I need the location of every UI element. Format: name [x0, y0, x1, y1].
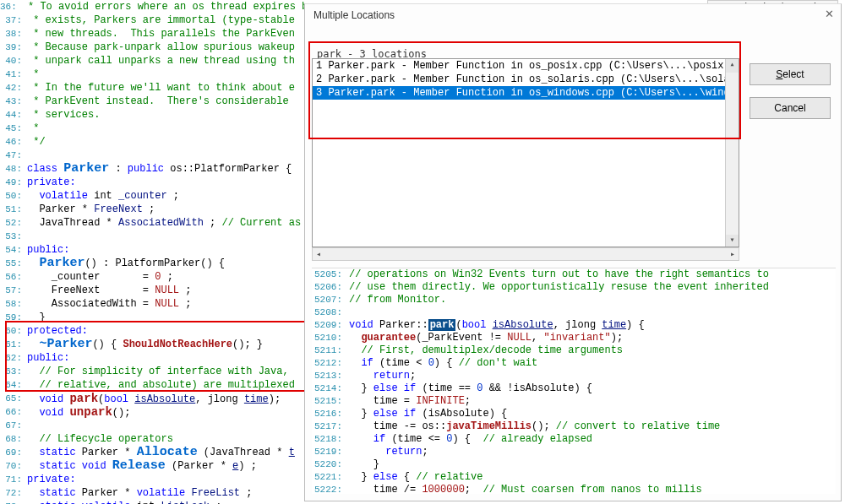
preview-line[interactable]: 5206:// use them directly. We opportunis… — [312, 281, 836, 294]
code-line[interactable]: 55: Parker() : PlatformParker() { — [0, 257, 304, 270]
line-number: 59: — [0, 311, 27, 324]
line-number: 66: — [0, 405, 27, 419]
code-line[interactable]: 57: FreeNext = NULL ; — [0, 284, 304, 297]
scroll-right-icon[interactable]: ▸ — [727, 249, 739, 259]
line-number: 56: — [0, 270, 27, 284]
scroll-down-icon[interactable]: ▾ — [726, 235, 739, 247]
code-line[interactable]: 52: JavaThread * AssociatedWith ; // Cur… — [0, 216, 304, 230]
line-content: Parker() : PlatformParker() { — [27, 257, 304, 270]
location-item[interactable]: 1 Parker.park - Member Function in os_po… — [313, 59, 739, 73]
preview-line[interactable]: 5210: guarantee(_ParkEvent != NULL, "inv… — [312, 332, 836, 344]
line-content — [349, 306, 836, 319]
code-line[interactable]: 48:class Parker : public os::PlatformPar… — [0, 162, 304, 176]
line-content: class Parker : public os::PlatformParker… — [27, 162, 304, 176]
close-icon[interactable]: ✕ — [825, 8, 834, 20]
preview-line[interactable]: 5209:void Parker::park(bool isAbsolute, … — [312, 319, 836, 332]
code-line[interactable]: 61: ~Parker() { ShouldNotReachHere(); } — [0, 338, 304, 351]
line-number: 54: — [0, 243, 27, 257]
code-line[interactable]: 40: * unpark call unparks a new thread u… — [0, 54, 304, 68]
preview-line[interactable]: 5222: time /= 1000000; // Must coarsen f… — [312, 484, 836, 494]
scroll-left-icon[interactable]: ◂ — [313, 249, 324, 259]
code-preview-pane[interactable]: 5205:// operations on Win32 Events turn … — [312, 268, 836, 494]
location-item[interactable]: 3 Parker.park - Member Function in os_wi… — [313, 86, 739, 100]
code-line[interactable]: 64: // relative, and absolute) are multi… — [0, 378, 304, 392]
locations-list[interactable]: 1 Parker.park - Member Function in os_po… — [312, 58, 739, 247]
code-line[interactable]: 39: * Because park-unpark allow spurious… — [0, 41, 304, 54]
line-content: * services. — [27, 108, 304, 122]
preview-line[interactable]: 5221: } else { // relative — [312, 471, 836, 484]
code-line[interactable]: 58: AssociatedWith = NULL ; — [0, 297, 304, 311]
code-line[interactable]: 65: void park(bool isAbsolute, jlong tim… — [0, 392, 304, 405]
line-number: 5221: — [312, 471, 349, 484]
preview-line[interactable]: 5218: if (time <= 0) { // already elapse… — [312, 433, 836, 446]
code-line[interactable]: 73: static volatile int ListLock ; — [0, 500, 304, 504]
code-line[interactable]: 59: } — [0, 311, 304, 324]
code-line[interactable]: 70: static void Release (Parker * e) ; — [0, 459, 304, 473]
code-line[interactable]: 41: * — [0, 68, 304, 81]
line-number: 5206: — [312, 281, 349, 294]
code-line[interactable]: 60:protected: — [0, 324, 304, 338]
line-content: // from Monitor. — [349, 294, 836, 306]
code-line[interactable]: 47: — [0, 149, 304, 162]
cancel-button[interactable]: Cancel — [750, 97, 831, 119]
line-number: 5214: — [312, 382, 349, 395]
vertical-scrollbar[interactable]: ▴ ▾ — [725, 59, 739, 247]
preview-line[interactable]: 5216: } else if (isAbsolute) { — [312, 408, 836, 420]
preview-line[interactable]: 5211: // First, demultiplex/decode time … — [312, 344, 836, 357]
code-line[interactable]: 51: Parker * FreeNext ; — [0, 203, 304, 216]
code-line[interactable]: 43: * ParkEvent instead. There's conside… — [0, 95, 304, 108]
code-line[interactable]: 42: * In the future we'll want to think … — [0, 81, 304, 95]
line-number: 51: — [0, 203, 27, 216]
location-item[interactable]: 2 Parker.park - Member Function in os_so… — [313, 73, 739, 86]
preview-line[interactable]: 5212: if (time < 0) { // don't wait — [312, 357, 836, 370]
scroll-up-icon[interactable]: ▴ — [726, 59, 739, 73]
preview-line[interactable]: 5213: return; — [312, 370, 836, 382]
code-line[interactable]: 53: — [0, 230, 304, 243]
source-editor-left[interactable]: 36: * To avoid errors where an os thread… — [0, 0, 304, 504]
code-line[interactable]: 46: */ — [0, 135, 304, 149]
horizontal-scrollbar[interactable]: ◂ ▸ — [312, 247, 739, 261]
line-content: return; — [349, 370, 836, 382]
line-number: 69: — [0, 446, 27, 459]
line-content: static Parker * Allocate (JavaThread * t — [27, 446, 304, 459]
line-content: private: — [27, 176, 304, 189]
line-content: // For simplicity of interface with Java… — [27, 365, 304, 378]
code-line[interactable]: 67: — [0, 419, 304, 432]
code-line[interactable]: 69: static Parker * Allocate (JavaThread… — [0, 446, 304, 459]
code-line[interactable]: 54:public: — [0, 243, 304, 257]
line-content: void Parker::park(bool isAbsolute, jlong… — [349, 319, 836, 332]
code-line[interactable]: 71:private: — [0, 473, 304, 486]
multiple-locations-dialog: Multiple Locations ✕ park - 3 locations … — [304, 3, 842, 501]
preview-line[interactable]: 5215: time = INFINITE; — [312, 395, 836, 408]
dialog-title: Multiple Locations — [305, 4, 841, 26]
code-line[interactable]: 62:public: — [0, 351, 304, 365]
preview-line[interactable]: 5208: — [312, 306, 836, 319]
code-line[interactable]: 50: volatile int _counter ; — [0, 189, 304, 203]
code-line[interactable]: 72: static Parker * volatile FreeList ; — [0, 486, 304, 500]
line-content: guarantee(_ParkEvent != NULL, "invariant… — [349, 332, 836, 344]
preview-line[interactable]: 5219: return; — [312, 446, 836, 458]
code-line[interactable]: 66: void unpark(); — [0, 405, 304, 419]
line-content: * To avoid errors where an os thread exp… — [22, 0, 304, 14]
code-line[interactable]: 68: // Lifecycle operators — [0, 432, 304, 446]
select-button[interactable]: Select — [750, 63, 831, 85]
code-line[interactable]: 38: * new threads. This parallels the Pa… — [0, 27, 304, 41]
line-number: 64: — [0, 378, 27, 392]
line-number: 5211: — [312, 344, 349, 357]
preview-line[interactable]: 5214: } else if (time == 0 && !isAbsolut… — [312, 382, 836, 395]
code-line[interactable]: 56: _counter = 0 ; — [0, 270, 304, 284]
code-line[interactable]: 37: * exists, Parkers are immortal (type… — [0, 14, 304, 27]
preview-line[interactable]: 5220: } — [312, 458, 836, 471]
code-line[interactable]: 36: * To avoid errors where an os thread… — [0, 0, 304, 14]
line-number: 41: — [0, 68, 27, 81]
line-content: // operations on Win32 Events turn out t… — [349, 268, 836, 281]
preview-line[interactable]: 5205:// operations on Win32 Events turn … — [312, 268, 836, 281]
preview-line[interactable]: 5207:// from Monitor. — [312, 294, 836, 306]
code-line[interactable]: 44: * services. — [0, 108, 304, 122]
code-line[interactable]: 49:private: — [0, 176, 304, 189]
code-line[interactable]: 45: * — [0, 122, 304, 135]
preview-line[interactable]: 5217: time -= os::javaTimeMillis(); // c… — [312, 420, 836, 433]
line-number: 5220: — [312, 458, 349, 471]
code-line[interactable]: 63: // For simplicity of interface with … — [0, 365, 304, 378]
line-content: FreeNext = NULL ; — [27, 284, 304, 297]
